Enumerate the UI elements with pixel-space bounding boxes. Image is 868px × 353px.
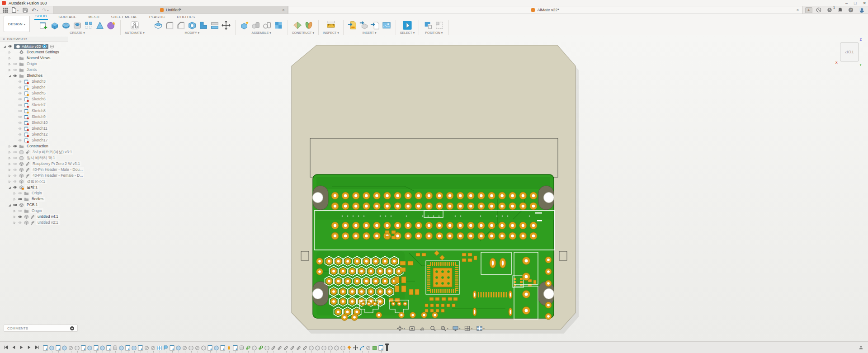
timeline-feature-ghost[interactable] [144, 345, 149, 351]
select-icon[interactable] [402, 20, 412, 30]
user-avatar[interactable] [859, 7, 864, 13]
workspace-switcher[interactable]: DESIGN▾ [4, 16, 30, 32]
browser-item[interactable]: untitled v4:1 [0, 214, 68, 220]
browser-item[interactable]: Construction [0, 143, 68, 149]
tab-utilities[interactable]: UTILITIES [176, 15, 196, 20]
expand-toggle-icon[interactable] [8, 180, 11, 184]
timeline-feature-comp[interactable] [321, 345, 326, 351]
browser-item[interactable]: Origin [0, 61, 68, 67]
browser-item[interactable]: untitled v2:1 [0, 220, 68, 226]
expand-toggle-icon[interactable] [8, 56, 11, 60]
maximize-icon[interactable]: □ [854, 1, 856, 5]
visibility-eye-icon[interactable] [18, 115, 23, 119]
display-settings-icon[interactable]: ▾ [451, 325, 462, 332]
timeline-feature-flag[interactable] [163, 345, 168, 351]
timeline-feature-sketch[interactable] [106, 345, 111, 351]
timeline-feature-link[interactable] [277, 345, 282, 351]
timeline-feature-comp[interactable] [189, 345, 193, 351]
browser-item[interactable]: Origin [0, 190, 68, 196]
timeline-feature-comp[interactable] [315, 345, 320, 351]
ribbon-group-label[interactable]: CONSTRUCT ▾ [292, 31, 314, 35]
close-tab-icon[interactable]: × [282, 8, 284, 12]
extrude-icon[interactable] [50, 20, 60, 30]
timeline-feature-sketch[interactable] [94, 345, 99, 351]
tab-plastic[interactable]: PLASTIC [148, 15, 166, 20]
orbit-icon[interactable]: ▾ [396, 325, 406, 332]
job-status-icon[interactable]: 1 [827, 7, 832, 13]
browser-item[interactable]: 물체:1 [0, 184, 68, 190]
browser-root-item[interactable]: AiMate v22 [0, 43, 68, 49]
comments-bar[interactable]: COMMENTS [4, 325, 78, 332]
timeline-feature-box[interactable] [176, 345, 181, 351]
timeline-feature-box[interactable] [49, 345, 54, 351]
browser-item[interactable]: Sketch17 [0, 137, 68, 143]
timeline-feature-sketch[interactable] [378, 345, 383, 351]
browser-item[interactable]: Sketch7 [0, 102, 68, 108]
timeline-feature-cyl[interactable] [113, 345, 118, 351]
visibility-eye-icon[interactable] [18, 80, 23, 84]
timeline-feature-link[interactable] [290, 345, 295, 351]
browser-item[interactable]: Sketch9 [0, 114, 68, 120]
browser-item[interactable]: Sketch11 [0, 126, 68, 132]
timeline-feature-sketch[interactable] [170, 345, 175, 351]
go-to-end-button[interactable] [34, 344, 39, 352]
fillet-icon[interactable] [165, 20, 175, 30]
timeline-feature-comp[interactable] [264, 345, 269, 351]
timeline-feature-sketch[interactable] [56, 345, 61, 351]
browser-item[interactable]: Sketch12 [0, 132, 68, 137]
timeline-feature-ghost[interactable] [68, 345, 73, 351]
timeline-feature-arc[interactable] [359, 345, 364, 351]
visibility-eye-icon[interactable] [18, 103, 23, 107]
expand-toggle-icon[interactable] [8, 203, 11, 207]
timeline-feature-box[interactable] [132, 345, 137, 351]
timeline-feature-comp[interactable] [201, 345, 206, 351]
go-to-start-button[interactable] [4, 344, 9, 352]
visibility-eye-icon[interactable] [13, 179, 18, 184]
ribbon-group-label[interactable]: CREATE ▾ [70, 31, 85, 35]
browser-item[interactable]: Document Settings [0, 49, 68, 55]
visibility-eye-icon[interactable] [18, 197, 23, 201]
visibility-eye-icon[interactable] [13, 74, 18, 78]
browser-item[interactable]: 40-Pin Header - Male - Dou... [0, 167, 68, 173]
browser-item[interactable]: 결합요소:1 [0, 179, 68, 184]
timeline-feature-sketch[interactable] [220, 345, 225, 351]
visibility-eye-icon[interactable] [13, 150, 18, 154]
revolve-icon[interactable] [61, 20, 71, 30]
visibility-eye-icon[interactable] [18, 91, 23, 95]
expand-toggle-icon[interactable] [13, 215, 16, 219]
timeline-feature-box[interactable] [87, 345, 92, 351]
automate-icon[interactable] [130, 20, 140, 30]
visibility-eye-icon[interactable] [13, 144, 18, 148]
expand-toggle-icon[interactable] [13, 192, 16, 195]
visibility-eye-icon[interactable] [13, 68, 18, 72]
root-component-pill[interactable]: AiMate v22 [14, 44, 48, 49]
ribbon-group-label[interactable]: SELECT ▾ [400, 31, 415, 35]
tab-surface[interactable]: SURFACE [58, 15, 78, 20]
timeline-playhead[interactable] [386, 344, 388, 351]
visibility-eye-icon[interactable] [18, 215, 23, 219]
timeline-feature-box[interactable] [214, 345, 219, 351]
expand-toggle-icon[interactable] [8, 174, 11, 178]
expand-toggle-icon[interactable] [13, 221, 16, 225]
timeline-feature-sketch[interactable] [208, 345, 212, 351]
move-icon[interactable] [221, 20, 231, 30]
timeline-feature-cyl[interactable] [239, 345, 244, 351]
visibility-eye-icon[interactable] [13, 156, 18, 160]
viewports-icon[interactable]: ▾ [475, 325, 486, 332]
shell-icon[interactable] [187, 20, 197, 30]
capture-position-icon[interactable] [423, 20, 433, 30]
3d-viewport[interactable]: « BROWSER AiMate v22Document SettingsNam… [0, 35, 868, 341]
visibility-eye-icon[interactable] [13, 174, 18, 178]
create-sketch-icon[interactable] [38, 20, 48, 30]
expand-toggle-icon[interactable] [13, 198, 16, 201]
expand-toggle-icon[interactable] [8, 168, 11, 172]
visibility-eye-icon[interactable] [18, 97, 23, 101]
profile-icon[interactable] [859, 7, 864, 13]
timeline-feature-ghost[interactable] [195, 345, 200, 351]
timeline-feature-link[interactable] [296, 345, 301, 351]
ribbon-group-label[interactable]: ASSEMBLE ▾ [252, 31, 271, 35]
step-forward-button[interactable] [27, 344, 32, 352]
minimize-icon[interactable]: – [845, 1, 848, 5]
step-back-button[interactable] [11, 344, 16, 352]
browser-item[interactable]: Bodies [0, 196, 68, 202]
